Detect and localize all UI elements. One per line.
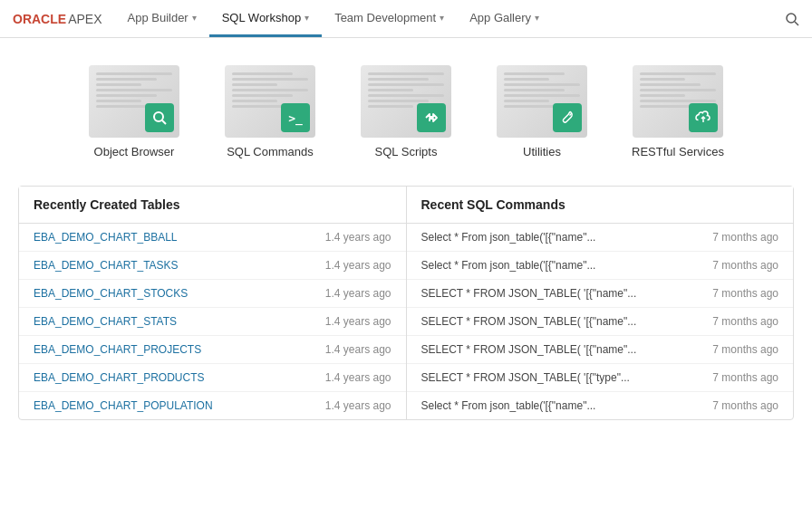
table-link[interactable]: EBA_DEMO_CHART_POPULATION: [34, 399, 213, 412]
nav-label-app-gallery: App Gallery: [469, 11, 531, 24]
chevron-down-icon: ▾: [535, 13, 539, 23]
svg-point-0: [787, 14, 796, 23]
table-time: 1.4 years ago: [325, 287, 392, 300]
apex-logo-text: APEX: [68, 12, 102, 26]
table-row: SELECT * FROM JSON_TABLE( '[{"name"... 7…: [407, 308, 794, 336]
nav-item-sql-workshop[interactable]: SQL Workshop ▾: [209, 0, 322, 37]
svg-line-1: [795, 22, 798, 25]
recent-sql-header: Recent SQL Commands: [407, 187, 794, 224]
card-sql-scripts-wrapper: [361, 65, 451, 138]
table-time: 1.4 years ago: [325, 231, 392, 244]
table-row: SELECT * FROM JSON_TABLE( '[{"type"... 7…: [407, 364, 794, 392]
table-row: EBA_DEMO_CHART_PROJECTS 1.4 years ago: [19, 336, 406, 364]
table-row: EBA_DEMO_CHART_STATS 1.4 years ago: [19, 308, 406, 336]
object-browser-icon: [145, 103, 174, 132]
table-time: 1.4 years ago: [325, 399, 392, 412]
nav-item-app-gallery[interactable]: App Gallery ▾: [457, 0, 552, 37]
svg-line-3: [162, 120, 166, 124]
card-sql-commands[interactable]: >_ SQL Commands: [216, 65, 324, 158]
nav-label-sql-workshop: SQL Workshop: [222, 11, 301, 24]
table-row: EBA_DEMO_CHART_TASKS 1.4 years ago: [19, 252, 406, 280]
chevron-down-icon: ▾: [304, 13, 309, 23]
navbar: ORACLE APEX App Builder ▾ SQL Workshop ▾…: [0, 0, 812, 38]
card-object-browser[interactable]: Object Browser: [80, 65, 188, 158]
table-row: EBA_DEMO_CHART_BBALL 1.4 years ago: [19, 224, 406, 252]
sql-commands-icon: >_: [281, 103, 310, 132]
card-restful-services[interactable]: RESTful Services: [624, 65, 732, 158]
card-sql-scripts[interactable]: SQL Scripts: [352, 65, 460, 158]
table-row: EBA_DEMO_CHART_POPULATION 1.4 years ago: [19, 392, 406, 419]
table-link[interactable]: EBA_DEMO_CHART_PRODUCTS: [34, 371, 204, 384]
sql-query-text[interactable]: SELECT * FROM JSON_TABLE( '[{"type"...: [421, 371, 704, 384]
recently-created-panel: Recently Created Tables EBA_DEMO_CHART_B…: [19, 187, 407, 419]
card-object-browser-label: Object Browser: [94, 145, 175, 158]
table-time: 7 months ago: [712, 287, 778, 300]
nav-item-app-builder[interactable]: App Builder ▾: [114, 0, 208, 37]
recent-sql-rows: Select * From json_table('[{"name"... 7 …: [407, 224, 794, 419]
sql-query-text[interactable]: SELECT * FROM JSON_TABLE( '[{"name"...: [421, 287, 704, 300]
tables-section: Recently Created Tables EBA_DEMO_CHART_B…: [18, 186, 794, 420]
card-restful-services-wrapper: [633, 65, 723, 138]
table-link[interactable]: EBA_DEMO_CHART_PROJECTS: [34, 343, 201, 356]
icon-cards-row: Object Browser >_ SQL Commands: [18, 65, 794, 158]
table-row: Select * From json_table('[{"name"... 7 …: [407, 224, 794, 252]
card-utilities-label: Utilities: [523, 145, 561, 158]
table-time: 7 months ago: [712, 399, 778, 412]
card-restful-services-label: RESTful Services: [632, 145, 724, 158]
table-time: 1.4 years ago: [325, 343, 392, 356]
table-row: EBA_DEMO_CHART_STOCKS 1.4 years ago: [19, 280, 406, 308]
sql-query-text[interactable]: Select * From json_table('[{"name"...: [421, 231, 704, 244]
utilities-icon: [553, 103, 582, 132]
nav-label-team-development: Team Development: [334, 11, 436, 24]
sql-query-text[interactable]: SELECT * FROM JSON_TABLE( '[{"name"...: [421, 343, 704, 356]
restful-services-icon: [689, 103, 718, 132]
search-icon: [785, 12, 799, 26]
table-row: Select * From json_table('[{"name"... 7 …: [407, 252, 794, 280]
recent-sql-panel: Recent SQL Commands Select * From json_t…: [407, 187, 794, 419]
table-row: SELECT * FROM JSON_TABLE( '[{"name"... 7…: [407, 336, 794, 364]
table-link[interactable]: EBA_DEMO_CHART_BBALL: [34, 231, 178, 244]
table-time: 7 months ago: [712, 259, 778, 272]
table-time: 1.4 years ago: [325, 315, 392, 328]
table-link[interactable]: EBA_DEMO_CHART_STOCKS: [34, 287, 188, 300]
card-utilities-wrapper: [497, 65, 587, 138]
svg-point-2: [154, 112, 163, 121]
wrench-icon: [559, 110, 575, 126]
table-link[interactable]: EBA_DEMO_CHART_TASKS: [34, 259, 179, 272]
table-time: 1.4 years ago: [325, 371, 392, 384]
card-utilities[interactable]: Utilities: [488, 65, 596, 158]
nav-label-app-builder: App Builder: [127, 11, 188, 24]
sql-query-text[interactable]: Select * From json_table('[{"name"...: [421, 399, 704, 412]
terminal-symbol: >_: [288, 111, 303, 125]
table-row: EBA_DEMO_CHART_PRODUCTS 1.4 years ago: [19, 364, 406, 392]
nav-logo[interactable]: ORACLE APEX: [0, 0, 114, 37]
table-link[interactable]: EBA_DEMO_CHART_STATS: [34, 315, 177, 328]
cloud-upload-icon: [695, 110, 711, 126]
chevron-down-icon: ▾: [440, 13, 444, 23]
card-sql-commands-label: SQL Commands: [227, 145, 314, 158]
card-object-browser-wrapper: [89, 65, 179, 138]
search-circle-icon: [151, 110, 168, 126]
sql-scripts-icon: [417, 103, 446, 132]
table-row: SELECT * FROM JSON_TABLE( '[{"name"... 7…: [407, 280, 794, 308]
table-time: 7 months ago: [712, 371, 778, 384]
arrows-icon: [423, 110, 440, 126]
table-time: 7 months ago: [712, 315, 778, 328]
oracle-logo-text: ORACLE: [13, 12, 66, 26]
recently-created-rows: EBA_DEMO_CHART_BBALL 1.4 years ago EBA_D…: [19, 224, 406, 419]
card-sql-scripts-label: SQL Scripts: [375, 145, 438, 158]
table-time: 1.4 years ago: [325, 259, 392, 272]
recently-created-header: Recently Created Tables: [19, 187, 406, 224]
sql-query-text[interactable]: SELECT * FROM JSON_TABLE( '[{"name"...: [421, 315, 704, 328]
card-sql-commands-wrapper: >_: [225, 65, 315, 138]
nav-item-team-development[interactable]: Team Development ▾: [322, 0, 457, 37]
chevron-down-icon: ▾: [192, 13, 197, 23]
table-time: 7 months ago: [712, 231, 778, 244]
main-content: Object Browser >_ SQL Commands: [0, 38, 812, 438]
table-time: 7 months ago: [712, 343, 778, 356]
table-row: Select * From json_table('[{"name"... 7 …: [407, 392, 794, 419]
sql-query-text[interactable]: Select * From json_table('[{"name"...: [421, 259, 704, 272]
nav-search-button[interactable]: [772, 0, 812, 37]
